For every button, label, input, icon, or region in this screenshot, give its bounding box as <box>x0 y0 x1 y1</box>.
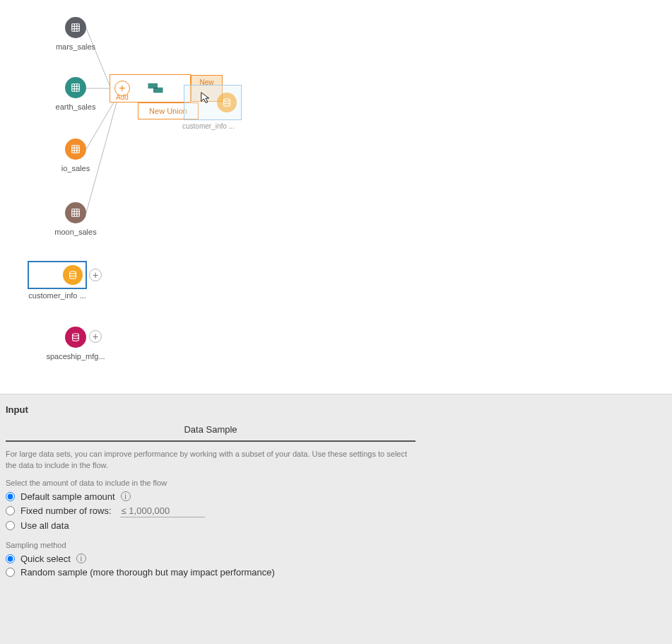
opt-use-all[interactable]: Use all data <box>6 520 415 531</box>
opt-label: Quick select <box>20 554 71 564</box>
dragged-node-ghost <box>184 85 242 120</box>
opt-quick-select[interactable]: Quick select i <box>6 554 415 564</box>
node-label: moon_sales <box>44 228 107 236</box>
radio-use-all[interactable] <box>6 521 15 530</box>
input-panel-title: Input <box>0 394 672 421</box>
node-moon-sales[interactable]: moon_sales <box>44 202 107 236</box>
svg-rect-9 <box>72 84 80 92</box>
opt-fixed-rows[interactable]: Fixed number of rows: <box>6 505 415 517</box>
node-label: io_sales <box>44 164 107 172</box>
node-earth-sales[interactable]: earth_sales <box>44 77 107 111</box>
svg-point-24 <box>70 271 76 274</box>
svg-point-29 <box>224 99 230 102</box>
add-step-button[interactable]: + <box>89 330 102 343</box>
opt-default-sample[interactable]: Default sample amount i <box>6 491 415 502</box>
database-icon <box>217 93 237 112</box>
flow-canvas[interactable]: mars_sales earth_sales io_sales moon_sal… <box>0 0 672 394</box>
table-icon <box>65 139 86 160</box>
node-label: customer_info ... <box>25 291 89 300</box>
table-icon <box>65 77 86 98</box>
amount-subheading: Select the amount of data to include in … <box>6 479 415 487</box>
opt-random-sample[interactable]: Random sample (more thorough but may imp… <box>6 567 415 578</box>
node-io-sales[interactable]: io_sales <box>44 139 107 172</box>
info-icon[interactable]: i <box>76 554 86 563</box>
node-customer-info-label-row: customer_info ... <box>25 291 89 300</box>
union-icon <box>147 82 168 96</box>
radio-fixed-rows[interactable] <box>6 506 15 515</box>
method-subheading: Sampling method <box>6 541 415 549</box>
data-sample-heading: Data Sample <box>6 424 415 442</box>
node-customer-info-selected[interactable] <box>28 261 87 289</box>
node-label: mars_sales <box>44 42 107 51</box>
new-union-label: New Union <box>149 107 187 115</box>
table-icon <box>65 202 86 223</box>
table-icon <box>65 17 86 38</box>
node-label: earth_sales <box>44 103 107 111</box>
svg-rect-14 <box>72 146 80 153</box>
svg-point-25 <box>73 334 79 336</box>
database-icon <box>65 327 86 348</box>
opt-label: Use all data <box>20 520 69 531</box>
dragged-node-label: customer_info ... <box>182 122 235 130</box>
radio-random-sample[interactable] <box>6 568 15 577</box>
input-panel: Input Data Sample For large data sets, y… <box>0 394 672 644</box>
database-icon <box>63 265 83 285</box>
opt-label: Default sample amount <box>20 491 115 502</box>
add-label: Add <box>116 93 129 101</box>
data-sample-section: Data Sample For large data sets, you can… <box>6 424 415 580</box>
node-mars-sales[interactable]: mars_sales <box>44 17 107 51</box>
add-drop-target[interactable]: + Add <box>110 74 191 103</box>
fixed-rows-input[interactable] <box>120 505 205 517</box>
radio-default-sample[interactable] <box>6 492 15 501</box>
data-sample-hint: For large data sets, you can improve per… <box>6 449 415 472</box>
add-step-button[interactable]: + <box>89 269 102 281</box>
svg-rect-19 <box>72 209 80 217</box>
svg-rect-28 <box>153 88 158 89</box>
opt-label: Fixed number of rows: <box>20 505 112 516</box>
radio-quick-select[interactable] <box>6 554 15 563</box>
svg-rect-4 <box>72 24 80 32</box>
opt-label: Random sample (more thorough but may imp… <box>20 567 275 578</box>
info-icon[interactable]: i <box>121 491 131 501</box>
node-label: spaceship_mfg... <box>44 352 107 361</box>
